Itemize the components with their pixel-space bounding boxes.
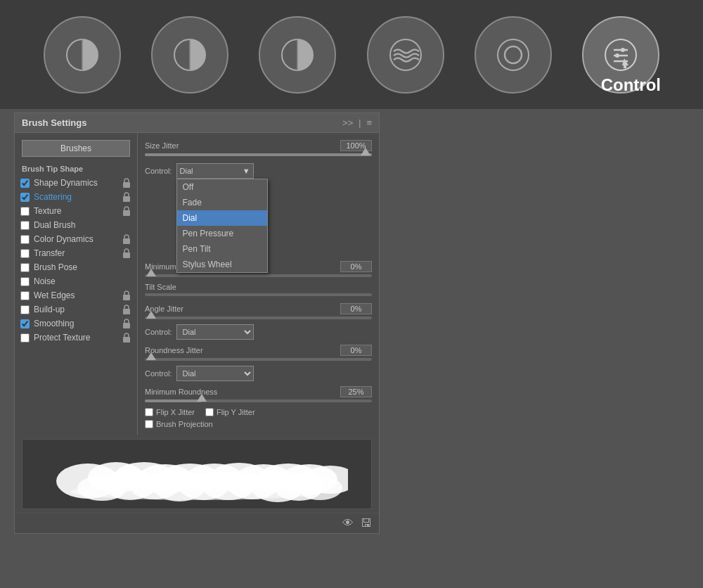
svg-rect-16 [123,196,130,202]
dropdown-option-stylus-wheel[interactable]: Stylus Wheel [177,257,267,272]
wet-edges-checkbox[interactable] [20,291,30,300]
size-jitter-slider-track[interactable] [145,153,372,156]
flip-x-checkbox[interactable] [145,408,153,416]
sidebar-item-transfer[interactable]: Transfer [15,246,137,260]
control-label: Control [601,75,661,95]
svg-rect-23 [123,337,130,343]
settings-area: Size Jitter 100% Control: [138,133,379,435]
tilt-scale-row: Tilt Scale [145,283,372,291]
flip-y-text: Flip Y Jitter [217,408,255,416]
noise-checkbox[interactable] [20,277,30,286]
angle-jitter-track[interactable] [145,317,372,319]
min-roundness-row: Minimum Roundness 25% [145,386,372,397]
sidebar-item-build-up[interactable]: Build-up [15,302,137,317]
brush-circle-1[interactable] [44,16,121,94]
sidebar-item-shape-dynamics[interactable]: Shape Dynamics [15,176,137,190]
min-roundness-value[interactable]: 25% [340,386,372,397]
min-roundness-arrow[interactable] [197,394,207,402]
dropdown-option-dial[interactable]: Dial [177,210,267,226]
brush-circle-3[interactable] [259,16,336,94]
sidebar-section-title: Brush Tip Shape [15,160,137,176]
brush-circle-4[interactable] [367,16,444,94]
lock-icon-shape-dynamics [122,178,131,188]
sidebar-label-build-up: Build-up [34,305,122,314]
brush-circle-5[interactable] [475,16,552,94]
tilt-scale-track[interactable] [145,293,372,296]
svg-rect-22 [123,323,130,328]
roundness-jitter-arrow[interactable] [146,352,156,360]
sidebar-label-wet-edges: Wet Edges [34,290,122,300]
sidebar-item-scattering[interactable]: Scattering [15,190,137,204]
control-dropdown-menu: Off Fade Dial Pen Pressure Pen Tilt Styl… [176,179,268,273]
shape-dynamics-checkbox[interactable] [20,179,30,188]
min-roundness-track[interactable] [145,400,372,402]
sidebar-item-dual-brush[interactable]: Dual Brush [15,218,137,232]
angle-jitter-label: Angle Jitter [145,305,340,313]
smoothing-checkbox[interactable] [20,319,30,328]
sidebar: Brushes Brush Tip Shape Shape Dynamics S… [15,133,138,435]
sidebar-item-smoothing[interactable]: Smoothing [15,317,137,331]
scattering-checkbox[interactable] [20,193,30,202]
sidebar-item-protect-texture[interactable]: Protect Texture [15,331,137,345]
eye-icon[interactable]: 👁 [342,517,354,530]
sidebar-label-dual-brush: Dual Brush [34,220,131,230]
panel-expand-btn[interactable]: >> [342,117,353,128]
panel-title: Brush Settings [22,117,86,128]
min-roundness-label: Minimum Roundness [145,388,340,396]
control-select-3[interactable]: Dial [176,366,254,381]
flip-y-label[interactable]: Flip Y Jitter [205,408,255,416]
angle-jitter-value[interactable]: 0% [340,303,372,314]
sidebar-item-color-dynamics[interactable]: Color Dynamics [15,232,137,246]
build-up-checkbox[interactable] [20,305,30,314]
brush-projection-checkbox[interactable] [145,420,153,428]
dropdown-option-fade[interactable]: Fade [177,195,267,210]
sidebar-label-protect-texture: Protect Texture [34,333,122,343]
sidebar-label-texture: Texture [34,206,122,216]
angle-jitter-arrow[interactable] [146,311,156,319]
color-dynamics-checkbox[interactable] [20,235,30,244]
half-circle-icon-2 [172,37,207,72]
save-icon[interactable]: 🖫 [361,517,372,530]
texture-checkbox[interactable] [20,207,30,216]
sidebar-item-noise[interactable]: Noise [15,274,137,288]
control-dropdown-wrapper[interactable]: Dial ▼ Off Fade Dial Pen Pressure Pen Ti… [176,163,254,179]
dropdown-option-pen-pressure[interactable]: Pen Pressure [177,226,267,241]
flip-y-checkbox[interactable] [205,408,214,416]
sidebar-item-texture[interactable]: Texture [15,204,137,218]
roundness-jitter-track[interactable] [145,358,372,361]
roundness-jitter-row: Roundness Jitter 0% [145,345,372,356]
control-row-2: Control: Dial [145,323,372,341]
control-dropdown-trigger[interactable]: Dial ▼ [176,163,254,179]
sidebar-item-brush-pose[interactable]: Brush Pose [15,260,137,274]
sidebar-item-wet-edges[interactable]: Wet Edges [15,288,137,302]
lock-icon-smoothing [122,319,131,328]
brush-projection-label[interactable]: Brush Projection [145,420,213,428]
roundness-jitter-value[interactable]: 0% [340,345,372,356]
half-circle-icon-3 [280,37,315,72]
flip-x-label[interactable]: Flip X Jitter [145,408,195,416]
min-diam-value[interactable]: 0% [340,261,372,272]
ring-icon [496,37,531,72]
protect-texture-checkbox[interactable] [20,333,30,343]
size-jitter-slider-arrow[interactable] [361,148,370,155]
brush-settings-panel: Brush Settings >> | ≡ Brushes Brush Tip … [14,113,380,534]
brush-pose-checkbox[interactable] [20,263,30,272]
roundness-jitter-slider [145,358,372,361]
lock-icon-build-up [122,305,131,314]
transfer-checkbox[interactable] [20,249,30,258]
panel-menu-btn[interactable]: ≡ [366,117,372,128]
dropdown-option-pen-tilt[interactable]: Pen Tilt [177,241,267,257]
sidebar-label-noise: Noise [34,276,131,286]
brush-settings-icon [603,37,638,72]
control-select-2[interactable]: Dial [176,324,254,340]
svg-rect-18 [123,238,130,244]
min-diam-arrow[interactable] [146,269,156,276]
dropdown-option-off[interactable]: Off [177,179,267,195]
dual-brush-checkbox[interactable] [20,221,30,230]
size-jitter-row: Size Jitter 100% [145,140,372,151]
svg-rect-17 [123,210,130,216]
brush-circle-2[interactable] [151,16,228,94]
size-jitter-slider-container [145,153,372,156]
min-diam-slider-track[interactable] [145,274,372,277]
brushes-button[interactable]: Brushes [22,140,130,157]
